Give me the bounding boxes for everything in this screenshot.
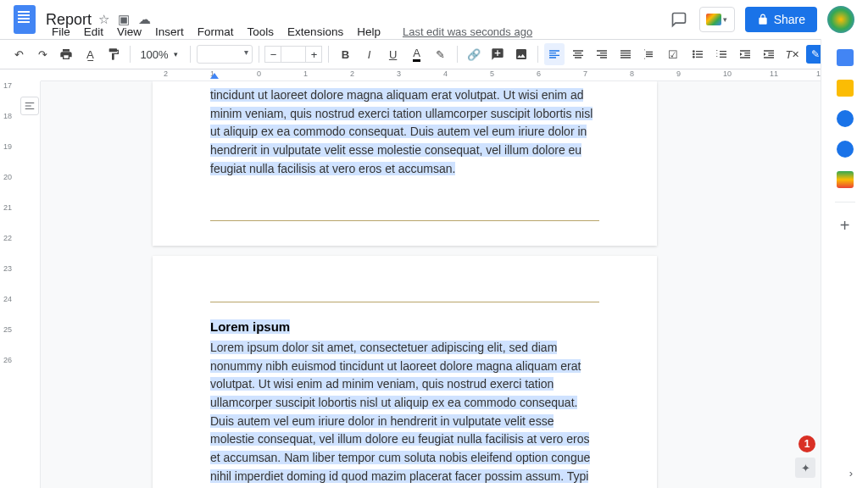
explore-icon[interactable]: ✦	[795, 458, 815, 478]
indent-marker[interactable]	[210, 73, 219, 79]
outline-toggle-icon[interactable]	[20, 97, 39, 115]
align-justify-icon[interactable]	[615, 43, 636, 65]
svg-point-1	[693, 53, 695, 56]
italic-icon[interactable]: I	[359, 43, 379, 65]
highlight-icon[interactable]: ✎	[431, 43, 451, 65]
toolbar: ↶ ↷ A̲ 100%▾ − + B I U A ✎ 🔗 ☑ T✕ ✎ ▾ ˆ	[0, 39, 868, 69]
menu-extensions[interactable]: Extensions	[281, 24, 349, 40]
menu-insert[interactable]: Insert	[149, 24, 190, 40]
menubar: File Edit View Insert Format Tools Exten…	[46, 24, 538, 40]
link-icon[interactable]: 🔗	[464, 43, 484, 65]
underline-icon[interactable]: U	[383, 43, 403, 65]
maps-icon[interactable]	[837, 171, 854, 188]
menu-help[interactable]: Help	[351, 24, 387, 40]
align-center-icon[interactable]	[568, 43, 588, 65]
font-size-input[interactable]	[281, 46, 305, 63]
checklist-icon[interactable]: ☑	[663, 43, 683, 65]
increase-font-icon[interactable]: +	[305, 46, 322, 63]
add-addon-icon[interactable]: +	[840, 216, 850, 236]
docs-logo[interactable]	[14, 5, 36, 34]
share-button[interactable]: Share	[745, 7, 817, 32]
meet-button[interactable]: ▾	[699, 7, 735, 32]
undo-icon[interactable]: ↶	[8, 43, 29, 65]
selected-heading[interactable]: Lorem ipsum	[210, 319, 290, 334]
expand-panel-icon[interactable]: ›	[849, 467, 853, 480]
menu-format[interactable]: Format	[192, 24, 240, 40]
numbered-list-icon[interactable]	[711, 43, 732, 65]
text-color-icon[interactable]: A	[407, 43, 427, 65]
svg-point-2	[693, 56, 695, 58]
document-page[interactable]: tincidunt ut laoreet dolore magna aliqua…	[153, 81, 657, 246]
bold-icon[interactable]: B	[335, 43, 355, 65]
vertical-ruler[interactable]: 17181920212223242526	[0, 81, 41, 488]
last-edit-link[interactable]: Last edit was seconds ago	[397, 24, 538, 40]
menu-tools[interactable]: Tools	[242, 24, 281, 40]
menu-view[interactable]: View	[111, 24, 147, 40]
paint-format-icon[interactable]	[103, 43, 124, 65]
image-icon[interactable]	[511, 43, 531, 65]
horizontal-ruler[interactable]: 21012345678910111213141516171819	[41, 69, 821, 81]
contacts-icon[interactable]	[837, 141, 854, 158]
zoom-select[interactable]: 100%▾	[136, 48, 184, 61]
keep-icon[interactable]	[837, 80, 854, 97]
bullet-list-icon[interactable]	[687, 43, 708, 65]
account-avatar[interactable]	[827, 6, 854, 33]
comment-add-icon[interactable]	[487, 43, 508, 65]
selected-text[interactable]: tincidunt ut laoreet dolore magna aliqua…	[210, 88, 593, 175]
font-family-select[interactable]	[197, 45, 252, 64]
decrease-font-icon[interactable]: −	[264, 46, 281, 63]
comments-icon[interactable]	[669, 9, 689, 30]
horizontal-rule	[210, 220, 599, 221]
redo-icon[interactable]: ↷	[32, 43, 53, 65]
share-label: Share	[774, 13, 805, 26]
spellcheck-icon[interactable]: A̲	[80, 43, 100, 65]
print-icon[interactable]	[56, 43, 76, 65]
notification-badge[interactable]: 1	[798, 435, 815, 452]
side-panel: + ›	[821, 39, 868, 488]
selected-text[interactable]: Lorem ipsum dolor sit amet, consectetuer…	[210, 341, 592, 488]
line-spacing-icon[interactable]	[639, 43, 659, 65]
align-right-icon[interactable]	[592, 43, 612, 65]
calendar-icon[interactable]	[837, 49, 854, 66]
horizontal-rule	[210, 302, 599, 302]
increase-indent-icon[interactable]	[759, 43, 779, 65]
svg-point-0	[693, 50, 695, 53]
decrease-indent-icon[interactable]	[735, 43, 755, 65]
align-left-icon[interactable]	[544, 43, 565, 65]
menu-edit[interactable]: Edit	[78, 24, 109, 40]
clear-format-icon[interactable]: T✕	[782, 43, 803, 65]
document-page[interactable]: Lorem ipsum Lorem ipsum dolor sit amet, …	[153, 256, 657, 488]
menu-file[interactable]: File	[46, 24, 76, 40]
tasks-icon[interactable]	[837, 110, 854, 127]
